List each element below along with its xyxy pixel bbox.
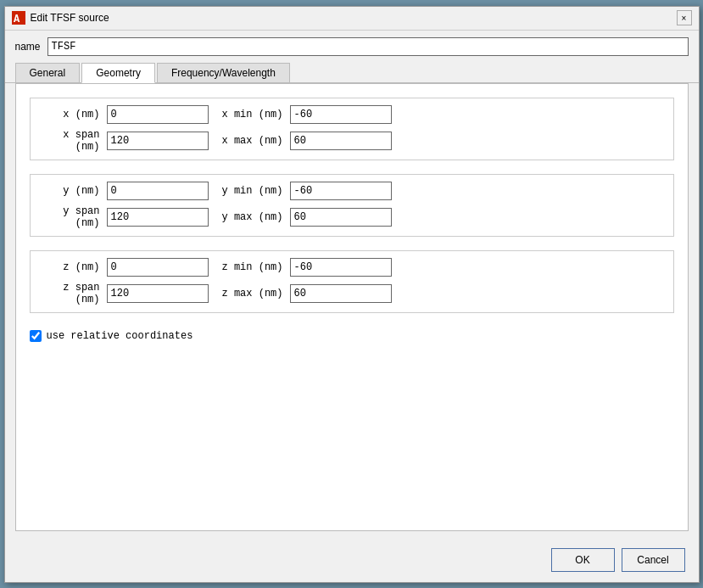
z-span-row: z span (nm) z max (nm) [41, 282, 663, 305]
y-row: y (nm) y min (nm) [41, 182, 663, 200]
relative-coords-checkbox[interactable] [30, 330, 42, 342]
x-row: x (nm) x min (nm) [41, 105, 663, 124]
x-min-label: x min (nm) [215, 109, 283, 120]
y-max-label: y max (nm) [215, 211, 283, 223]
y-max-input[interactable] [290, 208, 392, 227]
y-span-row: y span (nm) y max (nm) [41, 205, 663, 229]
name-input[interactable] [47, 37, 689, 56]
geometry-content: x (nm) x min (nm) x span (nm) x max (nm)… [15, 83, 689, 531]
dialog-title: Edit TFSF source [31, 12, 109, 24]
x-span-row: x span (nm) x max (nm) [41, 129, 663, 153]
z-min-label: z min (nm) [215, 261, 283, 273]
title-bar: A Edit TFSF source × [5, 7, 699, 31]
app-icon: A [12, 11, 25, 25]
y-input[interactable] [107, 182, 209, 200]
z-row: z (nm) z min (nm) [41, 258, 663, 277]
z-label: z (nm) [41, 261, 100, 273]
x-min-input[interactable] [290, 105, 392, 124]
dialog: A Edit TFSF source × name General Geomet… [4, 6, 700, 583]
y-min-label: y min (nm) [215, 185, 283, 197]
tab-general[interactable]: General [15, 63, 81, 82]
footer: OK Cancel [5, 541, 699, 582]
z-coord-group: z (nm) z min (nm) z span (nm) z max (nm) [30, 250, 674, 313]
ok-button[interactable]: OK [551, 548, 615, 572]
x-span-input[interactable] [107, 132, 209, 150]
relative-coords-row: use relative coordinates [30, 327, 674, 345]
z-span-input[interactable] [107, 284, 209, 303]
tab-geometry[interactable]: Geometry [81, 63, 155, 83]
y-label: y (nm) [41, 185, 100, 197]
cancel-button[interactable]: Cancel [622, 548, 685, 572]
tab-frequency[interactable]: Frequency/Wavelength [157, 63, 290, 82]
z-max-input[interactable] [290, 284, 392, 303]
name-row: name [5, 31, 699, 63]
x-label: x (nm) [41, 109, 100, 120]
name-label: name [15, 41, 41, 53]
y-min-input[interactable] [290, 182, 392, 200]
y-span-label: y span (nm) [41, 205, 100, 229]
y-span-input[interactable] [107, 208, 209, 227]
x-input[interactable] [107, 105, 209, 124]
x-span-label: x span (nm) [41, 129, 100, 153]
tabs: General Geometry Frequency/Wavelength [5, 63, 699, 83]
x-coord-group: x (nm) x min (nm) x span (nm) x max (nm) [30, 98, 674, 160]
z-min-input[interactable] [290, 258, 392, 277]
z-max-label: z max (nm) [215, 288, 283, 300]
y-coord-group: y (nm) y min (nm) y span (nm) y max (nm) [30, 174, 674, 237]
x-max-label: x max (nm) [215, 135, 283, 147]
z-span-label: z span (nm) [41, 282, 100, 305]
close-button[interactable]: × [677, 10, 692, 25]
relative-coords-label: use relative coordinates [47, 330, 193, 342]
svg-text:A: A [14, 14, 20, 25]
title-bar-left: A Edit TFSF source [12, 11, 109, 25]
x-max-input[interactable] [290, 132, 392, 150]
z-input[interactable] [107, 258, 209, 277]
